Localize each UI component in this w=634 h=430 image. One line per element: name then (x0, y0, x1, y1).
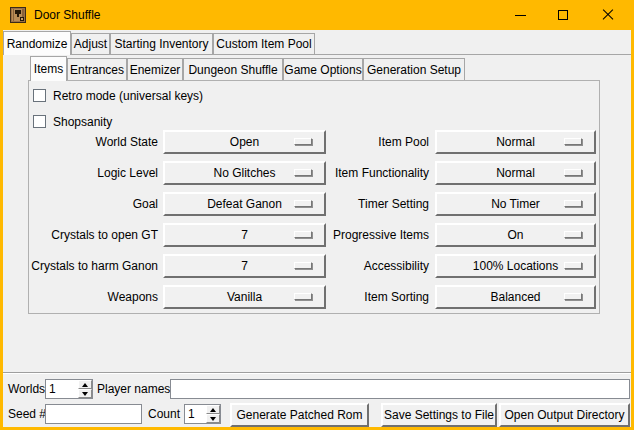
dropdown-value: Balanced (490, 290, 540, 304)
window-title: Door Shuffle (34, 0, 101, 30)
tab-starting-inventory[interactable]: Starting Inventory (110, 33, 213, 54)
tab-randomize[interactable]: Randomize (3, 31, 71, 55)
maximize-button[interactable] (540, 0, 585, 30)
dropdown-value: On (507, 228, 523, 242)
dropdown-value: No Timer (491, 197, 540, 211)
close-icon (602, 9, 614, 21)
door-shuffle-window: Door Shuffle Randomize Adjust Starting I… (0, 0, 634, 430)
progressive-items-dropdown[interactable]: On (435, 223, 596, 247)
count-input[interactable] (185, 405, 206, 423)
worlds-spinner[interactable] (45, 379, 93, 399)
shopsanity-checkbox[interactable]: Shopsanity (33, 113, 112, 130)
tab-generation-setup[interactable]: Generation Setup (363, 58, 465, 80)
generate-patched-rom-button[interactable]: Generate Patched Rom (230, 403, 369, 427)
title-bar: Door Shuffle (0, 0, 634, 30)
tab-dungeon-shuffle[interactable]: Dungeon Shuffle (183, 58, 283, 80)
seed-label: Seed # (8, 404, 46, 424)
tab-entrances[interactable]: Entrances (67, 58, 127, 80)
dropdown-value: Open (230, 135, 259, 149)
dropdown-indicator-icon (564, 262, 582, 269)
dropdown-value: Vanilla (227, 290, 262, 304)
main-notebook-border (3, 54, 631, 55)
count-label: Count (148, 404, 180, 424)
accessibility-dropdown[interactable]: 100% Locations (435, 254, 596, 278)
dropdown-indicator-icon (564, 169, 582, 176)
arrow-up-icon (210, 408, 216, 412)
arrow-up-icon (82, 383, 88, 387)
count-spin-up-button[interactable] (206, 405, 220, 414)
checkbox-box[interactable] (33, 115, 46, 128)
item-sorting-label: Item Sorting (299, 285, 429, 309)
count-spin-down-button[interactable] (206, 414, 220, 423)
timer-setting-dropdown[interactable]: No Timer (435, 192, 596, 216)
close-button[interactable] (585, 0, 630, 30)
count-spinner[interactable] (184, 404, 221, 424)
tab-game-options[interactable]: Game Options (283, 58, 363, 80)
bottom-separator (3, 372, 631, 374)
weapons-label: Weapons (20, 285, 158, 309)
checkbox-label: Shopsanity (53, 115, 112, 129)
worlds-spin-down-button[interactable] (78, 389, 92, 398)
goal-label: Goal (20, 192, 158, 216)
arrow-down-icon (210, 417, 216, 421)
checkbox-box[interactable] (33, 89, 46, 102)
item-pool-dropdown[interactable]: Normal (435, 130, 596, 154)
retro-mode-checkbox[interactable]: Retro mode (universal keys) (33, 87, 203, 104)
dropdown-value: No Glitches (213, 166, 275, 180)
seed-input[interactable] (46, 405, 141, 423)
world-state-label: World State (20, 130, 158, 154)
door-icon (10, 7, 26, 23)
player-names-input[interactable] (171, 380, 629, 398)
dropdown-value: 7 (241, 228, 248, 242)
minimize-button[interactable] (498, 0, 543, 30)
save-settings-button[interactable]: Save Settings to File (381, 403, 497, 427)
dropdown-value: 100% Locations (473, 259, 558, 273)
tab-adjust[interactable]: Adjust (71, 33, 110, 54)
dropdown-value: 7 (241, 259, 248, 273)
dropdown-value: Normal (496, 166, 535, 180)
worlds-spin-up-button[interactable] (78, 380, 92, 389)
worlds-label: Worlds (8, 379, 45, 399)
minimize-icon (515, 15, 526, 16)
seed-field-wrap (45, 404, 142, 424)
item-functionality-dropdown[interactable]: Normal (435, 161, 596, 185)
dropdown-value: Defeat Ganon (207, 197, 282, 211)
player-names-label: Player names (97, 379, 170, 399)
maximize-icon (558, 10, 568, 20)
crystals-gt-label: Crystals to open GT (20, 223, 158, 247)
item-sorting-dropdown[interactable]: Balanced (435, 285, 596, 309)
tab-custom-item-pool[interactable]: Custom Item Pool (213, 33, 315, 54)
tab-items[interactable]: Items (30, 56, 67, 81)
tab-enemizer[interactable]: Enemizer (127, 58, 183, 80)
item-functionality-label: Item Functionality (299, 161, 429, 185)
dropdown-value: Normal (496, 135, 535, 149)
dropdown-indicator-icon (564, 200, 582, 207)
arrow-down-icon (82, 392, 88, 396)
crystals-ganon-label: Crystals to harm Ganon (20, 254, 158, 278)
timer-setting-label: Timer Setting (299, 192, 429, 216)
item-pool-label: Item Pool (299, 130, 429, 154)
accessibility-label: Accessibility (299, 254, 429, 278)
checkbox-label: Retro mode (universal keys) (53, 89, 203, 103)
dropdown-indicator-icon (564, 138, 582, 145)
logic-level-label: Logic Level (20, 161, 158, 185)
worlds-input[interactable] (46, 380, 78, 398)
open-output-directory-button[interactable]: Open Output Directory (499, 403, 630, 427)
progressive-items-label: Progressive Items (299, 223, 429, 247)
player-names-field-wrap (170, 379, 630, 399)
dropdown-indicator-icon (564, 293, 582, 300)
dropdown-indicator-icon (564, 231, 582, 238)
